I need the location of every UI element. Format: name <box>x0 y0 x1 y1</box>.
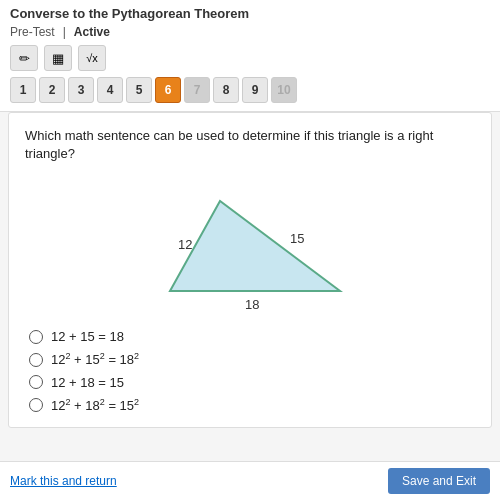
calculator-icon: ▦ <box>52 51 64 66</box>
sqrt-button[interactable]: √x <box>78 45 106 71</box>
triangle-container: 12 15 18 <box>25 181 475 311</box>
radio-c[interactable] <box>29 375 43 389</box>
option-a[interactable]: 12 + 15 = 18 <box>29 329 475 344</box>
pencil-icon: ✏ <box>19 51 30 66</box>
side-left-label: 12 <box>178 237 192 252</box>
question-btn-8[interactable]: 8 <box>213 77 239 103</box>
question-btn-9[interactable]: 9 <box>242 77 268 103</box>
content-area: Which math sentence can be used to deter… <box>8 112 492 428</box>
nav-separator: | <box>63 25 66 39</box>
option-d[interactable]: 122 + 182 = 152 <box>29 397 475 413</box>
toolbar: ✏ ▦ √x <box>10 45 490 71</box>
question-btn-4[interactable]: 4 <box>97 77 123 103</box>
option-c-text: 12 + 18 = 15 <box>51 375 124 390</box>
header: Converse to the Pythagorean Theorem Pre-… <box>0 0 500 112</box>
page-title: Converse to the Pythagorean Theorem <box>10 6 490 21</box>
nav-active: Active <box>74 25 110 39</box>
mark-return-link[interactable]: Mark this and return <box>10 474 117 488</box>
nav-bar: Pre-Test | Active <box>10 25 490 39</box>
sqrt-icon: √x <box>86 52 98 64</box>
question-btn-10: 10 <box>271 77 297 103</box>
calculator-button[interactable]: ▦ <box>44 45 72 71</box>
option-d-text: 122 + 182 = 152 <box>51 397 139 413</box>
footer: Mark this and return Save and Exit <box>0 461 500 500</box>
radio-b[interactable] <box>29 353 43 367</box>
side-bottom-label: 18 <box>245 297 259 311</box>
pencil-button[interactable]: ✏ <box>10 45 38 71</box>
question-btn-1[interactable]: 1 <box>10 77 36 103</box>
question-btn-5[interactable]: 5 <box>126 77 152 103</box>
option-a-text: 12 + 15 = 18 <box>51 329 124 344</box>
question-btn-2[interactable]: 2 <box>39 77 65 103</box>
question-btn-7: 7 <box>184 77 210 103</box>
option-b-text: 122 + 152 = 182 <box>51 351 139 367</box>
option-b[interactable]: 122 + 152 = 182 <box>29 351 475 367</box>
question-number-row: 1 2 3 4 5 6 7 8 9 10 <box>10 77 490 103</box>
side-right-label: 15 <box>290 231 304 246</box>
question-btn-6[interactable]: 6 <box>155 77 181 103</box>
nav-pretest[interactable]: Pre-Test <box>10 25 55 39</box>
question-btn-3[interactable]: 3 <box>68 77 94 103</box>
question-text: Which math sentence can be used to deter… <box>25 127 475 163</box>
triangle-diagram: 12 15 18 <box>140 181 360 311</box>
svg-marker-0 <box>170 201 340 291</box>
radio-a[interactable] <box>29 330 43 344</box>
answer-options: 12 + 15 = 18 122 + 152 = 182 12 + 18 = 1… <box>29 329 475 413</box>
option-c[interactable]: 12 + 18 = 15 <box>29 375 475 390</box>
radio-d[interactable] <box>29 398 43 412</box>
save-exit-button[interactable]: Save and Exit <box>388 468 490 494</box>
